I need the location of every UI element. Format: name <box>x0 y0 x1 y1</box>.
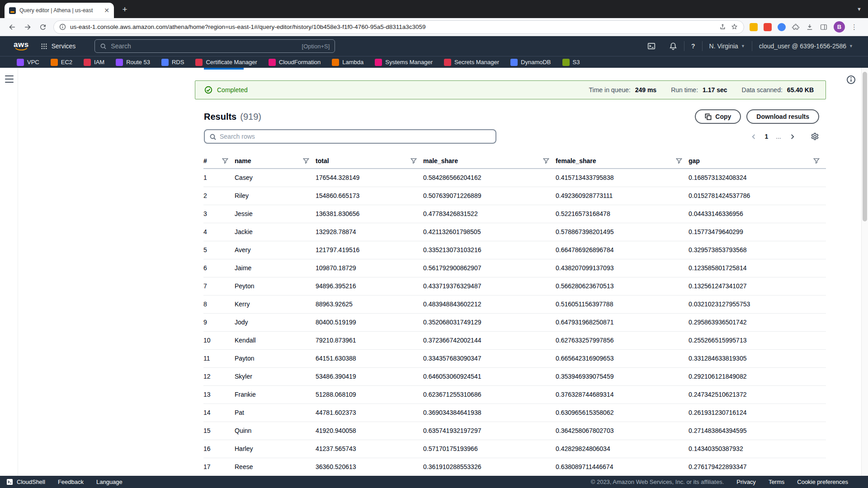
extensions-puzzle-icon[interactable] <box>792 23 800 31</box>
console-search[interactable]: [Option+S] <box>94 39 335 53</box>
favorite-secrets-manager[interactable]: Secrets Manager <box>444 59 499 66</box>
tab-search-chevron-icon[interactable]: ▼ <box>857 6 862 12</box>
extension-icon[interactable] <box>750 23 758 31</box>
column-header-name[interactable]: name <box>235 153 316 169</box>
favorite-systems-manager[interactable]: Systems Manager <box>375 59 433 66</box>
downloads-icon[interactable] <box>806 23 814 31</box>
cell-total: 154860.665173 <box>316 187 423 205</box>
cloudshell-button[interactable]: CloudShell <box>6 479 45 485</box>
filter-funnel-icon[interactable] <box>410 158 417 164</box>
success-check-icon <box>204 86 212 94</box>
favorite-certificate-manager[interactable]: Certificate Manager <box>195 59 257 66</box>
table-row[interactable]: 5Avery121797.4195160.3352130731032160.66… <box>203 241 826 259</box>
page-number[interactable]: 1 <box>765 133 769 140</box>
scrollbar-thumb[interactable] <box>863 72 867 221</box>
favorite-ec2[interactable]: EC2 <box>51 59 72 66</box>
favorite-lambda[interactable]: Lambda <box>332 59 363 66</box>
console-search-input[interactable] <box>111 42 297 50</box>
cloudshell-header-icon[interactable] <box>641 42 662 50</box>
table-row[interactable]: 13Frankie51288.0681090.6236712553106860.… <box>203 385 826 404</box>
column-header-num[interactable]: # <box>203 153 235 169</box>
column-header-female_share[interactable]: female_share <box>556 153 689 169</box>
table-row[interactable]: 8Kerry88963.926250.4839488436022120.5160… <box>203 295 826 313</box>
share-icon[interactable] <box>719 23 726 31</box>
extension-icon[interactable] <box>778 23 786 31</box>
services-menu[interactable]: Services <box>41 42 76 50</box>
table-row[interactable]: 6Jaime109870.187290.5617929008629070.438… <box>203 259 826 277</box>
favorite-dynamodb[interactable]: DynamoDB <box>510 59 551 66</box>
table-row[interactable]: 11Payton64151.6303880.3343576830903470.6… <box>203 349 826 367</box>
chevron-down-icon: ▼ <box>849 44 853 48</box>
language-link[interactable]: Language <box>96 479 123 485</box>
favorite-cloudformation[interactable]: CloudFormation <box>269 59 321 66</box>
browser-tab[interactable]: Query editor | Athena | us-east ✕ <box>5 3 114 18</box>
aws-logo[interactable]: aws <box>14 42 29 51</box>
browser-menu-icon[interactable]: ⋮ <box>851 23 858 31</box>
bookmark-star-icon[interactable] <box>731 23 738 31</box>
extension-icon[interactable] <box>764 23 772 31</box>
terms-link[interactable]: Terms <box>769 479 784 485</box>
table-row[interactable]: 9Jody80400.5191990.3520680317491290.6479… <box>203 313 826 331</box>
forward-button[interactable] <box>20 23 35 32</box>
notifications-bell-icon[interactable] <box>662 42 684 50</box>
reload-button[interactable] <box>35 23 51 31</box>
filter-funnel-icon[interactable] <box>676 158 682 164</box>
table-row[interactable]: 15Quinn41920.9400580.6357419321972970.36… <box>203 422 826 440</box>
browser-toolbar: us-east-1.console.aws.amazon.com/athena/… <box>0 18 868 36</box>
filter-funnel-icon[interactable] <box>813 158 820 164</box>
filter-funnel-icon[interactable] <box>543 158 549 164</box>
page-ellipsis[interactable]: ... <box>776 133 781 140</box>
table-row[interactable]: 1Casey176544.3281490.5842865662041620.41… <box>203 169 826 187</box>
favorite-s3[interactable]: S3 <box>562 59 580 66</box>
cell-num: 16 <box>203 440 235 458</box>
table-row[interactable]: 14Pat44781.6023730.3690343846419380.6309… <box>203 404 826 422</box>
favorite-rds[interactable]: RDS <box>161 59 184 66</box>
cell-total: 44781.602373 <box>316 404 423 422</box>
account-menu[interactable]: cloud_user @ 6399-1656-2586 ▼ <box>752 42 860 50</box>
table-row[interactable]: 4Jackie132928.788740.4211326017985050.57… <box>203 223 826 241</box>
table-row[interactable]: 10Kendall79210.8739610.3723667420021440.… <box>203 331 826 349</box>
profile-avatar[interactable]: B <box>834 21 845 33</box>
url-bar[interactable]: us-east-1.console.aws.amazon.com/athena/… <box>53 20 744 34</box>
column-header-male_share[interactable]: male_share <box>423 153 556 169</box>
previous-page-icon[interactable] <box>750 133 757 140</box>
table-row[interactable]: 16Harley41237.5657430.571701751939660.42… <box>203 440 826 458</box>
filter-funnel-icon[interactable] <box>303 158 309 164</box>
cell-name: Reese <box>235 458 316 476</box>
new-tab-button[interactable]: + <box>119 4 130 15</box>
table-row[interactable]: 12Skyler53486.3904190.6460530609245410.3… <box>203 367 826 385</box>
search-rows-box <box>204 129 496 144</box>
feedback-link[interactable]: Feedback <box>58 479 84 485</box>
next-page-icon[interactable] <box>789 133 796 140</box>
cell-num: 14 <box>203 404 235 422</box>
privacy-link[interactable]: Privacy <box>736 479 756 485</box>
column-header-gap[interactable]: gap <box>689 153 826 169</box>
favorite-vpc[interactable]: VPC <box>17 59 39 66</box>
preferences-gear-icon[interactable] <box>811 132 819 141</box>
column-header-total[interactable]: total <box>316 153 423 169</box>
hamburger-menu-icon[interactable] <box>5 75 14 85</box>
cell-gap: 0.292106121849082 <box>689 367 826 385</box>
help-menu[interactable]: ? <box>684 42 702 50</box>
cell-num: 15 <box>203 422 235 440</box>
download-results-button[interactable]: Download results <box>746 109 819 124</box>
favorite-iam[interactable]: IAM <box>84 59 104 66</box>
site-info-icon[interactable] <box>59 23 66 30</box>
cell-total: 64151.630388 <box>316 349 423 367</box>
table-row[interactable]: 2Riley154860.6651730.5076390712268890.49… <box>203 187 826 205</box>
region-selector[interactable]: N. Virginia ▼ <box>703 42 752 50</box>
copy-button[interactable]: Copy <box>695 109 741 124</box>
page-scrollbar[interactable] <box>861 68 868 476</box>
favorite-route-53[interactable]: Route 53 <box>116 59 150 66</box>
table-row[interactable]: 7Peyton94896.3952160.4337193763294870.56… <box>203 277 826 295</box>
tab-close-icon[interactable]: ✕ <box>104 7 109 14</box>
filter-funnel-icon[interactable] <box>222 158 228 164</box>
table-row[interactable]: 3Jessie136381.8306560.477834268315220.52… <box>203 205 826 223</box>
table-row[interactable]: 17Reese36360.5206130.3619102885533260.63… <box>203 458 826 476</box>
cell-num: 6 <box>203 259 235 277</box>
info-panel-toggle-icon[interactable] <box>846 75 856 84</box>
search-rows-input[interactable] <box>220 133 495 140</box>
side-panel-icon[interactable] <box>820 23 828 31</box>
back-button[interactable] <box>5 23 20 32</box>
cookie-preferences-link[interactable]: Cookie preferences <box>797 479 848 485</box>
